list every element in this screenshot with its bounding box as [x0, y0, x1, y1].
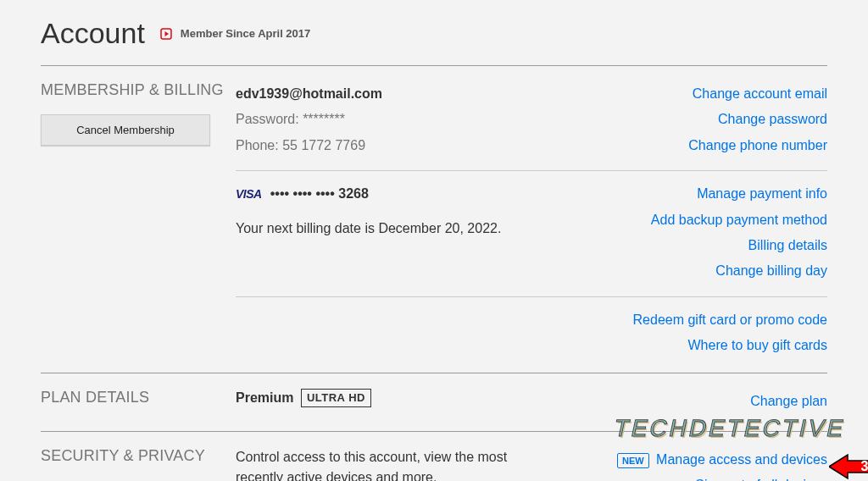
- plan-name: Premium: [236, 390, 293, 406]
- security-section: SECURITY & PRIVACY Control access to thi…: [41, 432, 827, 481]
- page-title: Account: [41, 17, 145, 50]
- annotation-arrow-icon: 3: [829, 452, 868, 481]
- svg-marker-1: [829, 455, 868, 478]
- plan-heading: PLAN DETAILS: [41, 389, 236, 406]
- account-email: edv1939@hotmail.com: [236, 81, 382, 107]
- membership-badge-icon: [159, 26, 174, 41]
- next-billing-date: Your next billing date is December 20, 2…: [236, 216, 501, 241]
- payment-card: VISA •••• •••• •••• 3268: [236, 181, 501, 207]
- membership-heading: MEMBERSHIP & BILLING: [41, 81, 236, 99]
- security-heading: SECURITY & PRIVACY: [41, 447, 236, 465]
- ultra-hd-badge: ULTRA HD: [301, 389, 371, 407]
- change-billing-day-link[interactable]: Change billing day: [651, 258, 827, 284]
- billing-details-link[interactable]: Billing details: [651, 233, 827, 258]
- change-password-link[interactable]: Change password: [688, 107, 827, 132]
- change-email-link[interactable]: Change account email: [688, 81, 827, 107]
- membership-section: MEMBERSHIP & BILLING Cancel Membership e…: [41, 66, 827, 359]
- cancel-membership-button[interactable]: Cancel Membership: [41, 114, 210, 146]
- visa-icon: VISA: [236, 183, 262, 206]
- manage-devices-link[interactable]: Manage access and devices: [656, 452, 827, 467]
- phone-row: Phone: 55 1772 7769: [236, 133, 382, 158]
- security-description: Control access to this account, view the…: [236, 447, 541, 481]
- add-backup-payment-link[interactable]: Add backup payment method: [651, 207, 827, 233]
- sign-out-all-devices-link[interactable]: Sign out of all devices: [610, 473, 827, 481]
- change-phone-link[interactable]: Change phone number: [688, 133, 827, 158]
- where-buy-gift-cards-link[interactable]: Where to buy gift cards: [633, 333, 827, 358]
- manage-payment-link[interactable]: Manage payment info: [651, 181, 827, 207]
- member-since: Member Since April 2017: [159, 26, 310, 41]
- redeem-gift-card-link[interactable]: Redeem gift card or promo code: [633, 307, 827, 333]
- change-plan-link[interactable]: Change plan: [750, 389, 827, 414]
- member-since-text: Member Since April 2017: [181, 27, 310, 40]
- password-row: Password: ********: [236, 107, 382, 132]
- card-last4: •••• •••• •••• 3268: [270, 181, 369, 207]
- plan-section: PLAN DETAILS Premium ULTRA HD Change pla…: [41, 373, 827, 414]
- new-badge: NEW: [617, 453, 649, 468]
- annotation-step-number: 3: [861, 459, 868, 473]
